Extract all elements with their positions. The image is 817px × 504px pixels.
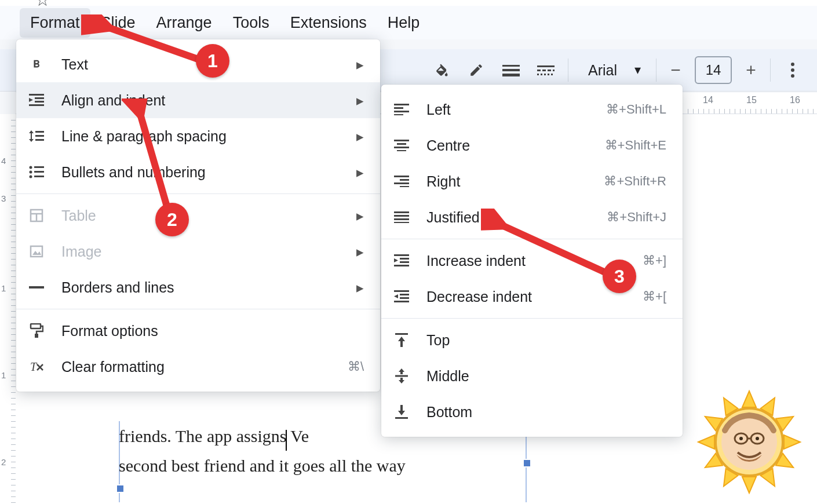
align-menu-item-top[interactable]: Top bbox=[381, 322, 683, 358]
border-weight-icon[interactable] bbox=[498, 57, 524, 83]
align-menu-item-increase-indent[interactable]: Increase indent⌘+] bbox=[381, 243, 683, 279]
bold-icon bbox=[27, 54, 46, 74]
svg-rect-62 bbox=[394, 301, 409, 302]
menubar-item-tools[interactable]: Tools bbox=[223, 8, 280, 38]
submenu-arrow-icon: ▸ bbox=[356, 243, 364, 260]
menu-item-label: Justified bbox=[426, 209, 480, 226]
menu-item-label: Clear formatting bbox=[61, 359, 165, 375]
svg-text:T: T bbox=[30, 360, 38, 373]
svg-rect-46 bbox=[397, 150, 406, 151]
format-menu-item-line-paragraph-spacing[interactable]: Line & paragraph spacing▸ bbox=[16, 118, 380, 154]
more-options-button[interactable] bbox=[780, 57, 805, 83]
svg-rect-52 bbox=[394, 215, 409, 217]
roller-icon bbox=[27, 321, 46, 341]
menubar-item-slide[interactable]: Slide bbox=[90, 8, 146, 38]
svg-rect-55 bbox=[394, 254, 409, 256]
pencil-icon[interactable] bbox=[464, 57, 489, 83]
svg-rect-8 bbox=[537, 74, 539, 75]
menubar-item-help[interactable]: Help bbox=[377, 8, 431, 38]
align-menu-item-decrease-indent[interactable]: Decrease indent⌘+[ bbox=[381, 279, 683, 315]
svg-rect-20 bbox=[35, 131, 44, 133]
menubar-item-arrange[interactable]: Arrange bbox=[146, 8, 223, 38]
linesp-icon bbox=[27, 126, 46, 146]
format-menu-item-align-and-indent[interactable]: Align and indent▸ bbox=[16, 82, 380, 118]
svg-rect-12 bbox=[551, 74, 553, 75]
svg-rect-19 bbox=[29, 104, 44, 106]
svg-rect-54 bbox=[394, 222, 409, 223]
format-menu-item-bullets-and-numbering[interactable]: Bullets and numbering▸ bbox=[16, 154, 380, 190]
menu-item-label: Centre bbox=[426, 137, 470, 154]
menu-item-label: Bottom bbox=[426, 404, 472, 421]
font-selector[interactable]: Arial ▾ bbox=[578, 57, 647, 83]
svg-rect-63 bbox=[395, 333, 408, 335]
svg-rect-50 bbox=[400, 186, 409, 187]
svg-point-14 bbox=[791, 68, 794, 72]
annotation-2: 2 bbox=[155, 203, 189, 236]
svg-rect-11 bbox=[548, 74, 549, 75]
chevron-down-icon: ▾ bbox=[634, 63, 641, 78]
svg-rect-32 bbox=[31, 246, 42, 257]
format-menu-item-clear-formatting[interactable]: TClear formatting⌘\ bbox=[16, 349, 380, 385]
indent-icon bbox=[27, 90, 46, 110]
svg-point-75 bbox=[756, 437, 759, 440]
submenu-arrow-icon: ▸ bbox=[356, 164, 364, 181]
font-size-input[interactable]: 14 bbox=[695, 56, 732, 84]
decrease-font-button[interactable]: − bbox=[666, 60, 685, 80]
font-name: Arial bbox=[588, 62, 617, 79]
align-menu-item-centre[interactable]: Centre⌘+Shift+E bbox=[381, 127, 683, 163]
indent-dec-icon bbox=[392, 287, 411, 306]
svg-rect-61 bbox=[400, 297, 409, 299]
svg-rect-7 bbox=[553, 70, 555, 71]
window-chrome-fragment bbox=[0, 0, 817, 6]
ruler-tick-label: 15 bbox=[746, 95, 757, 105]
ruler-tick-label: 16 bbox=[790, 95, 800, 105]
line-icon bbox=[27, 277, 46, 297]
toolbar-separator bbox=[770, 59, 771, 82]
menu-item-label: Align and indent bbox=[61, 92, 165, 109]
align-menu-item-right[interactable]: Right⌘+Shift+R bbox=[381, 163, 683, 199]
svg-rect-33 bbox=[29, 286, 44, 288]
svg-rect-9 bbox=[541, 74, 542, 75]
svg-rect-41 bbox=[394, 111, 409, 112]
menu-item-shortcut: ⌘+[ bbox=[643, 289, 666, 304]
align-center-icon bbox=[392, 136, 411, 155]
paint-bucket-icon[interactable] bbox=[429, 57, 454, 83]
svg-rect-28 bbox=[34, 176, 44, 177]
svg-rect-21 bbox=[35, 135, 44, 137]
svg-rect-59 bbox=[394, 290, 409, 292]
user-avatar-sun[interactable] bbox=[694, 387, 804, 497]
menu-item-shortcut: ⌘+Shift+R bbox=[604, 174, 666, 189]
image-icon bbox=[27, 242, 46, 261]
svg-point-74 bbox=[739, 437, 743, 440]
menu-item-shortcut: ⌘\ bbox=[348, 359, 364, 374]
valign-mid-icon bbox=[392, 366, 411, 386]
svg-rect-49 bbox=[394, 182, 409, 184]
align-menu-item-middle[interactable]: Middle bbox=[381, 358, 683, 394]
align-menu-item-bottom[interactable]: Bottom bbox=[381, 394, 683, 430]
svg-rect-10 bbox=[544, 74, 546, 75]
svg-rect-42 bbox=[394, 114, 403, 115]
toolbar-separator bbox=[656, 59, 656, 82]
align-right-icon bbox=[392, 171, 411, 191]
svg-point-24 bbox=[30, 171, 32, 174]
align-menu-item-left[interactable]: Left⌘+Shift+L bbox=[381, 92, 683, 127]
align-menu-item-justified[interactable]: Justified⌘+Shift+J bbox=[381, 199, 683, 235]
svg-rect-34 bbox=[31, 324, 41, 328]
menu-item-label: Format options bbox=[61, 323, 158, 339]
selection-handle[interactable] bbox=[116, 484, 125, 493]
menu-item-label: Text bbox=[61, 56, 88, 73]
menubar-item-extensions[interactable]: Extensions bbox=[280, 8, 377, 38]
border-dash-icon[interactable] bbox=[533, 57, 559, 83]
format-menu-item-format-options[interactable]: Format options bbox=[16, 313, 380, 349]
increase-font-button[interactable]: + bbox=[741, 60, 761, 80]
menu-item-shortcut: ⌘+] bbox=[643, 253, 666, 268]
format-menu: Text▸Align and indent▸Line & paragraph s… bbox=[16, 39, 380, 392]
submenu-arrow-icon: ▸ bbox=[356, 279, 364, 296]
menu-item-label: Decrease indent bbox=[426, 288, 532, 305]
svg-rect-53 bbox=[394, 218, 409, 220]
menubar-item-format[interactable]: Format bbox=[20, 8, 90, 38]
format-menu-item-borders-and-lines[interactable]: Borders and lines▸ bbox=[16, 269, 380, 305]
align-left-icon bbox=[392, 100, 411, 119]
menu-item-label: Middle bbox=[426, 368, 469, 385]
svg-rect-1 bbox=[502, 69, 520, 71]
